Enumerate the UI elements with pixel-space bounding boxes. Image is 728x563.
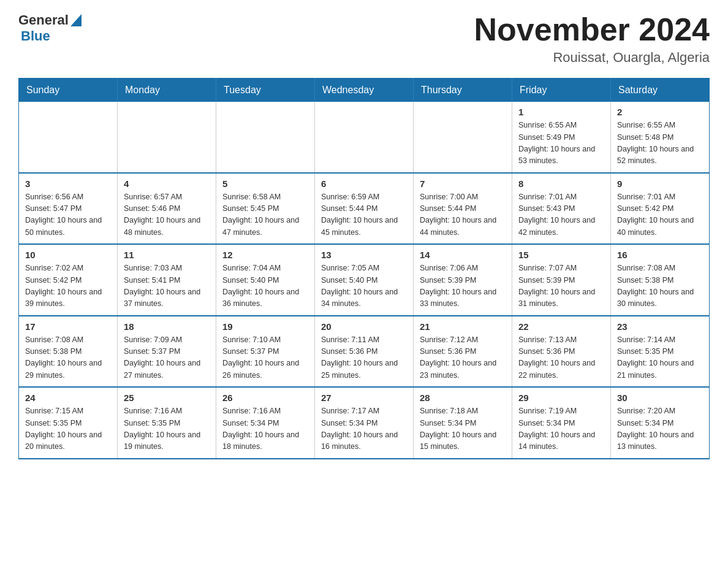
weekday-header-tuesday: Tuesday (216, 79, 315, 102)
calendar-cell: 10Sunrise: 7:02 AM Sunset: 5:42 PM Dayli… (19, 244, 118, 316)
day-info: Sunrise: 7:15 AM Sunset: 5:35 PM Dayligh… (25, 405, 111, 453)
calendar-cell: 25Sunrise: 7:16 AM Sunset: 5:35 PM Dayli… (118, 387, 216, 459)
calendar-cell: 24Sunrise: 7:15 AM Sunset: 5:35 PM Dayli… (19, 387, 118, 459)
day-info: Sunrise: 7:00 AM Sunset: 5:44 PM Dayligh… (420, 191, 506, 239)
calendar-cell: 8Sunrise: 7:01 AM Sunset: 5:43 PM Daylig… (512, 173, 611, 245)
logo-blue-text: Blue (21, 28, 50, 44)
calendar-cell: 18Sunrise: 7:09 AM Sunset: 5:37 PM Dayli… (118, 316, 216, 388)
day-info: Sunrise: 6:57 AM Sunset: 5:46 PM Dayligh… (124, 191, 210, 239)
day-info: Sunrise: 6:58 AM Sunset: 5:45 PM Dayligh… (222, 191, 308, 239)
calendar-cell: 4Sunrise: 6:57 AM Sunset: 5:46 PM Daylig… (118, 173, 216, 245)
day-number: 29 (518, 393, 604, 403)
day-number: 8 (518, 178, 604, 189)
day-info: Sunrise: 7:18 AM Sunset: 5:34 PM Dayligh… (420, 405, 506, 453)
weekday-header-thursday: Thursday (414, 79, 512, 102)
week-row-3: 10Sunrise: 7:02 AM Sunset: 5:42 PM Dayli… (19, 244, 710, 316)
calendar-cell: 23Sunrise: 7:14 AM Sunset: 5:35 PM Dayli… (611, 316, 710, 388)
day-info: Sunrise: 7:02 AM Sunset: 5:42 PM Dayligh… (25, 262, 111, 310)
day-info: Sunrise: 7:04 AM Sunset: 5:40 PM Dayligh… (222, 262, 308, 310)
day-info: Sunrise: 7:16 AM Sunset: 5:34 PM Dayligh… (222, 405, 308, 453)
svg-marker-0 (70, 14, 82, 26)
day-info: Sunrise: 7:09 AM Sunset: 5:37 PM Dayligh… (124, 334, 210, 382)
calendar-cell: 14Sunrise: 7:06 AM Sunset: 5:39 PM Dayli… (414, 244, 512, 316)
day-number: 5 (222, 178, 308, 189)
title-section: November 2024 Rouissat, Ouargla, Algeria (474, 12, 710, 66)
day-info: Sunrise: 7:08 AM Sunset: 5:38 PM Dayligh… (617, 262, 703, 310)
day-info: Sunrise: 7:01 AM Sunset: 5:43 PM Dayligh… (518, 191, 604, 239)
calendar-cell: 30Sunrise: 7:20 AM Sunset: 5:34 PM Dayli… (611, 387, 710, 459)
page-header: General Blue November 2024 Rouissat, Oua… (18, 12, 710, 66)
calendar-cell: 17Sunrise: 7:08 AM Sunset: 5:38 PM Dayli… (19, 316, 118, 388)
calendar-cell: 16Sunrise: 7:08 AM Sunset: 5:38 PM Dayli… (611, 244, 710, 316)
day-number: 20 (321, 321, 407, 332)
week-row-4: 17Sunrise: 7:08 AM Sunset: 5:38 PM Dayli… (19, 316, 710, 388)
weekday-header-sunday: Sunday (19, 79, 118, 102)
day-number: 3 (25, 178, 111, 189)
day-info: Sunrise: 7:05 AM Sunset: 5:40 PM Dayligh… (321, 262, 407, 310)
day-number: 28 (420, 393, 506, 403)
week-row-1: 1Sunrise: 6:55 AM Sunset: 5:49 PM Daylig… (19, 102, 710, 173)
logo-general-text: General (18, 12, 69, 28)
day-info: Sunrise: 7:10 AM Sunset: 5:37 PM Dayligh… (222, 334, 308, 382)
day-number: 25 (124, 393, 210, 403)
day-number: 19 (222, 321, 308, 332)
day-info: Sunrise: 7:07 AM Sunset: 5:39 PM Dayligh… (518, 262, 604, 310)
day-info: Sunrise: 6:59 AM Sunset: 5:44 PM Dayligh… (321, 191, 407, 239)
day-number: 7 (420, 178, 506, 189)
calendar-cell: 7Sunrise: 7:00 AM Sunset: 5:44 PM Daylig… (414, 173, 512, 245)
calendar-cell: 3Sunrise: 6:56 AM Sunset: 5:47 PM Daylig… (19, 173, 118, 245)
calendar-cell (118, 102, 216, 173)
calendar-cell: 26Sunrise: 7:16 AM Sunset: 5:34 PM Dayli… (216, 387, 315, 459)
location-title: Rouissat, Ouargla, Algeria (474, 50, 710, 66)
day-info: Sunrise: 7:01 AM Sunset: 5:42 PM Dayligh… (617, 191, 703, 239)
calendar-cell: 28Sunrise: 7:18 AM Sunset: 5:34 PM Dayli… (414, 387, 512, 459)
calendar-cell: 11Sunrise: 7:03 AM Sunset: 5:41 PM Dayli… (118, 244, 216, 316)
day-info: Sunrise: 7:11 AM Sunset: 5:36 PM Dayligh… (321, 334, 407, 382)
calendar-cell: 29Sunrise: 7:19 AM Sunset: 5:34 PM Dayli… (512, 387, 611, 459)
day-info: Sunrise: 7:19 AM Sunset: 5:34 PM Dayligh… (518, 405, 604, 453)
weekday-header-saturday: Saturday (611, 79, 710, 102)
day-number: 13 (321, 250, 407, 260)
day-info: Sunrise: 6:56 AM Sunset: 5:47 PM Dayligh… (25, 191, 111, 239)
calendar-cell: 9Sunrise: 7:01 AM Sunset: 5:42 PM Daylig… (611, 173, 710, 245)
week-row-2: 3Sunrise: 6:56 AM Sunset: 5:47 PM Daylig… (19, 173, 710, 245)
calendar-cell: 19Sunrise: 7:10 AM Sunset: 5:37 PM Dayli… (216, 316, 315, 388)
day-number: 22 (518, 321, 604, 332)
calendar-cell: 2Sunrise: 6:55 AM Sunset: 5:48 PM Daylig… (611, 102, 710, 173)
day-info: Sunrise: 7:17 AM Sunset: 5:34 PM Dayligh… (321, 405, 407, 453)
day-number: 26 (222, 393, 308, 403)
calendar-cell (19, 102, 118, 173)
day-info: Sunrise: 7:03 AM Sunset: 5:41 PM Dayligh… (124, 262, 210, 310)
calendar-cell (414, 102, 512, 173)
day-info: Sunrise: 6:55 AM Sunset: 5:48 PM Dayligh… (617, 120, 703, 167)
day-number: 27 (321, 393, 407, 403)
calendar-cell: 12Sunrise: 7:04 AM Sunset: 5:40 PM Dayli… (216, 244, 315, 316)
day-number: 12 (222, 250, 308, 260)
day-info: Sunrise: 7:13 AM Sunset: 5:36 PM Dayligh… (518, 334, 604, 382)
day-number: 10 (25, 250, 111, 260)
day-number: 18 (124, 321, 210, 332)
day-number: 30 (617, 393, 703, 403)
day-info: Sunrise: 7:08 AM Sunset: 5:38 PM Dayligh… (25, 334, 111, 382)
day-number: 15 (518, 250, 604, 260)
day-number: 24 (25, 393, 111, 403)
day-info: Sunrise: 7:06 AM Sunset: 5:39 PM Dayligh… (420, 262, 506, 310)
day-number: 21 (420, 321, 506, 332)
day-number: 4 (124, 178, 210, 189)
day-number: 11 (124, 250, 210, 260)
day-info: Sunrise: 7:16 AM Sunset: 5:35 PM Dayligh… (124, 405, 210, 453)
logo-triangle-icon (70, 14, 82, 26)
calendar-cell: 20Sunrise: 7:11 AM Sunset: 5:36 PM Dayli… (315, 316, 414, 388)
calendar-cell: 22Sunrise: 7:13 AM Sunset: 5:36 PM Dayli… (512, 316, 611, 388)
calendar-cell: 27Sunrise: 7:17 AM Sunset: 5:34 PM Dayli… (315, 387, 414, 459)
weekday-header-wednesday: Wednesday (315, 79, 414, 102)
day-number: 9 (617, 178, 703, 189)
day-number: 16 (617, 250, 703, 260)
calendar-cell: 21Sunrise: 7:12 AM Sunset: 5:36 PM Dayli… (414, 316, 512, 388)
day-number: 6 (321, 178, 407, 189)
calendar-table: SundayMondayTuesdayWednesdayThursdayFrid… (18, 78, 710, 459)
calendar-cell: 5Sunrise: 6:58 AM Sunset: 5:45 PM Daylig… (216, 173, 315, 245)
day-number: 14 (420, 250, 506, 260)
calendar-cell: 13Sunrise: 7:05 AM Sunset: 5:40 PM Dayli… (315, 244, 414, 316)
weekday-header-monday: Monday (118, 79, 216, 102)
